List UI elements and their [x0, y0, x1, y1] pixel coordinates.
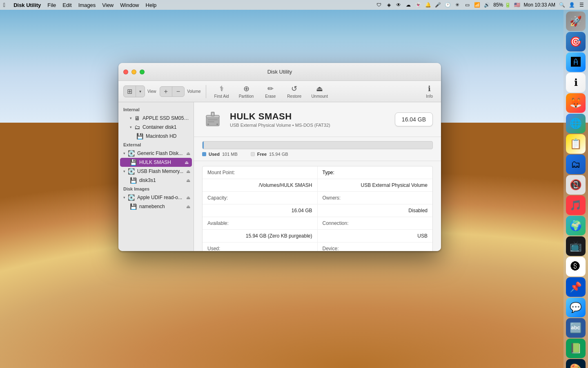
sidebar-item-hulk-smash[interactable]: 💾 HULK SMASH ⏏ — [120, 158, 192, 167]
hulk-smash-label: HULK SMASH — [139, 159, 183, 165]
battery-status: 85% 🔋 — [493, 2, 510, 8]
sidebar-item-apple-ssd[interactable]: ▾ 🖥 APPLE SSD SM0512F... — [118, 114, 194, 123]
add-volume-button[interactable]: + — [160, 87, 172, 96]
partition-icon: ⊕ — [243, 84, 249, 93]
sidebar-item-apple-udif[interactable]: ▾ 💽 Apple UDIF read-o... ⏏ — [118, 193, 194, 202]
menu-window[interactable]: Window — [120, 2, 139, 8]
free-legend-label: Free — [257, 152, 267, 157]
disk3s1-label: disk3s1 — [139, 177, 185, 183]
info-icon: ℹ — [428, 84, 431, 93]
dock-firefox[interactable]: 🦊 — [566, 93, 586, 113]
dock-sheets[interactable]: 📗 — [566, 339, 586, 358]
svg-rect-4 — [208, 119, 218, 120]
dock-chrome[interactable]: 🌐 — [566, 114, 586, 133]
search-icon[interactable]: 🔍 — [559, 2, 565, 8]
restore-button[interactable]: ↺ Restore — [284, 83, 305, 100]
eject-icon[interactable]: ⏏ — [186, 151, 190, 156]
volume-icon: 💾 — [136, 133, 143, 139]
menu-images[interactable]: Images — [78, 2, 96, 8]
view-label: View — [147, 89, 156, 94]
first-aid-button[interactable]: ⚕ First Aid — [211, 83, 232, 100]
info-button[interactable]: ℹ Info — [423, 83, 436, 100]
restore-icon: ↺ — [291, 84, 297, 93]
usage-bar-used — [203, 141, 204, 149]
list-view-button[interactable]: ⊞ — [124, 86, 136, 97]
apple-menu[interactable]:  — [3, 2, 5, 8]
airplay-icon: ▭ — [464, 2, 470, 8]
dock-trello[interactable]: 📌 — [566, 277, 586, 297]
svg-rect-5 — [208, 121, 214, 122]
sidebar-item-container[interactable]: ▾ 🗂 Container disk1 — [118, 123, 194, 132]
eject-disk3s1-icon[interactable]: ⏏ — [186, 178, 190, 183]
remove-volume-button[interactable]: − — [172, 87, 184, 96]
menu-view[interactable]: View — [102, 2, 114, 8]
disk-utility-window: Disk Utility ⊞ ▾ View + − Volume — [118, 63, 441, 251]
mount-point-label: Mount Point: — [203, 166, 318, 179]
dock-slack[interactable]: 🅢 — [566, 257, 586, 276]
dock-info[interactable]: ℹ — [566, 73, 586, 92]
sidebar-item-disk3s1[interactable]: 💾 disk3s1 ⏏ — [118, 176, 194, 185]
first-aid-icon: ⚕ — [220, 84, 224, 93]
time-machine-icon: 🕐 — [444, 2, 451, 8]
eject-selected-icon[interactable]: ⏏ — [185, 160, 189, 165]
dock-launchpad[interactable]: 🚀 — [566, 11, 586, 31]
partition-label: Partition — [239, 94, 254, 99]
owners-value: Disabled — [318, 204, 433, 217]
dropbox-icon: ◈ — [385, 2, 392, 8]
minimize-button[interactable] — [131, 70, 136, 74]
dock-block[interactable]: 📵 — [566, 175, 586, 195]
usb-icon: 💾 — [130, 159, 137, 166]
erase-button[interactable]: ✏ Erase — [260, 83, 281, 100]
capacity-value: 16.04 GB — [203, 204, 318, 217]
maximize-button[interactable] — [140, 70, 145, 74]
bell-icon: 🔔 — [425, 2, 431, 8]
titlebar: Disk Utility — [118, 63, 441, 81]
menu-file[interactable]: File — [47, 2, 56, 8]
sidebar-item-macintosh-hd[interactable]: 💾 Macintosh HD — [118, 132, 194, 141]
menu-edit[interactable]: Edit — [62, 2, 71, 8]
dock-tv[interactable]: 📺 — [566, 236, 586, 256]
container-label: Container disk1 — [143, 124, 176, 130]
connection-label: Connection: — [318, 217, 433, 230]
close-button[interactable] — [123, 70, 128, 74]
sidebar-item-generic-flash[interactable]: ▾ 💽 Generic Flash Disk... ⏏ — [118, 149, 194, 158]
dock-files[interactable]: 🗂 — [566, 155, 586, 174]
dock-maps[interactable]: 🌍 — [566, 216, 586, 236]
erase-icon: ✏ — [267, 84, 274, 93]
menubar:  Disk Utility File Edit Images View Win… — [0, 0, 588, 10]
usb-flash-label: USB Flash Memory... — [137, 168, 185, 174]
dock-app-store[interactable]: 🅰 — [566, 52, 586, 72]
udif-icon: 💽 — [128, 194, 135, 201]
dock-photoshop[interactable]: 🎨 — [566, 359, 586, 368]
menu-help[interactable]: Help — [146, 2, 157, 8]
volume-size-button[interactable]: 16.04 GB — [395, 112, 433, 126]
view-toggle: ⊞ ▾ — [123, 85, 145, 97]
eject-namebench-icon[interactable]: ⏏ — [186, 204, 190, 209]
menubar-right: 🛡 ◈ 👁 ☁ 👻 🔔 🎤 🕐 ✳ ▭ 📶 🔊 85% 🔋 🇺🇸 Mon 10:… — [376, 2, 585, 8]
disk3s1-icon: 💾 — [130, 177, 137, 184]
connection-value: USB — [318, 230, 433, 242]
dock-target[interactable]: 🎯 — [566, 32, 586, 52]
separator-1 — [206, 85, 206, 98]
eject-udif-icon[interactable]: ⏏ — [186, 195, 190, 200]
menubar-left:  Disk Utility File Edit Images View Win… — [3, 2, 156, 8]
dock-word[interactable]: 🔤 — [566, 318, 586, 338]
mount-point-value: /Volumes/HULK SMASH — [203, 179, 318, 192]
first-aid-label: First Aid — [214, 94, 229, 99]
security-icon: 🛡 — [376, 2, 382, 8]
free-legend-value: 15.94 GB — [269, 152, 288, 157]
sidebar-item-usb-flash[interactable]: ▾ 💽 USB Flash Memory... ⏏ — [118, 167, 194, 176]
available-label: Available: — [203, 217, 318, 230]
dock-music[interactable]: 🎵 — [566, 195, 586, 215]
used-dot — [202, 152, 206, 156]
eject-usb-icon[interactable]: ⏏ — [186, 169, 190, 174]
sidebar-item-namebench[interactable]: 💾 namebench ⏏ — [118, 202, 194, 211]
dock-notes[interactable]: 📋 — [566, 134, 586, 154]
view-dropdown-button[interactable]: ▾ — [136, 88, 145, 95]
unmount-button[interactable]: ⏏ Unmount — [308, 83, 331, 100]
info-table: Mount Point: Type: /Volumes/HULK SMASH U… — [194, 161, 441, 251]
app-name[interactable]: Disk Utility — [13, 2, 41, 8]
dock-messages[interactable]: 💬 — [566, 298, 586, 317]
restore-label: Restore — [287, 94, 301, 99]
partition-button[interactable]: ⊕ Partition — [236, 83, 257, 100]
